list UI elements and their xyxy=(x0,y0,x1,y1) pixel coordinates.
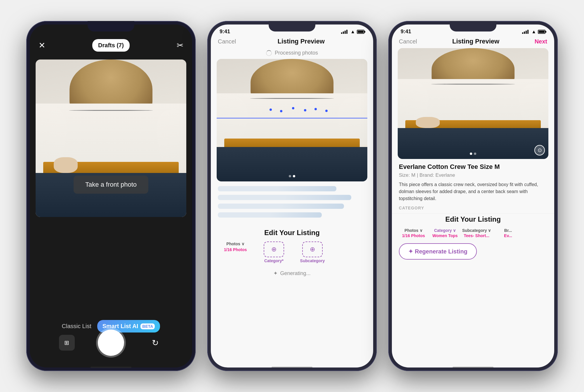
sparkle-icon: ✦ xyxy=(273,270,278,276)
skeleton-4 xyxy=(218,212,322,218)
signal-bars-3 xyxy=(522,30,529,34)
battery-icon-3 xyxy=(538,30,545,34)
flip-icon: ↻ xyxy=(152,338,159,348)
camera-background: ✕ Drafts (7) ✂ xyxy=(30,24,192,368)
category-label-tab-2: Category* xyxy=(264,258,284,263)
listing-tabs-2: Photos ∨ 1/16 Photos ⊕ Category* ⊕ Subca… xyxy=(218,242,366,265)
skeleton-loading xyxy=(211,181,373,226)
gallery-icon: ⊞ xyxy=(64,339,69,346)
scan-dot-1 xyxy=(270,108,272,111)
listing-tabs-3: Photos ∨ 1/16 Photos Category ∨ Women To… xyxy=(399,228,547,240)
nav-bar-2: Cancel Listing Preview xyxy=(211,35,373,48)
next-button-3[interactable]: Next xyxy=(535,38,547,45)
brand-tab-3[interactable]: Br... Ev... xyxy=(493,228,523,238)
close-button[interactable]: ✕ xyxy=(39,41,45,50)
img-dot-2 xyxy=(293,175,295,177)
battery-icon-2 xyxy=(357,30,364,34)
result-hand xyxy=(416,117,440,128)
status-time-2: 9:41 xyxy=(220,29,230,35)
phone-3-result: 9:41 ▲ Cancel Listing Preview Next xyxy=(388,21,558,371)
scan-dot-6 xyxy=(325,110,328,112)
model-necklace xyxy=(69,110,153,111)
img-dot3-2 xyxy=(474,153,476,155)
category-tab-label-3: Category ∨ xyxy=(434,228,456,233)
cancel-button-2[interactable]: Cancel xyxy=(218,38,236,45)
photos-value-3: 1/16 Photos xyxy=(402,233,425,238)
notch-1 xyxy=(88,21,134,32)
subcategory-tab-value-3: Tees- Short... xyxy=(464,233,489,238)
photo-overlay-text: Take a front photo xyxy=(74,176,148,194)
shutter-button[interactable] xyxy=(98,330,124,356)
listing-description: This piece offers a classic crew neck, o… xyxy=(399,181,547,202)
listing-meta: Size: M | Brand: Everlane xyxy=(399,172,547,178)
regenerate-button[interactable]: ✦ Regenerate Listing xyxy=(399,243,477,260)
photos-tab-3[interactable]: Photos ∨ 1/16 Photos xyxy=(399,228,428,238)
signal-bars xyxy=(341,30,347,34)
scissors-icon[interactable]: ✂ xyxy=(177,41,183,50)
listing-image-container xyxy=(217,59,367,181)
category-icon-wrap: ⊕ xyxy=(264,242,284,257)
photos-tab-2[interactable]: Photos ∨ 1/16 Photos xyxy=(218,242,253,263)
subcategory-tab-3[interactable]: Subcategory ∨ Tees- Short... xyxy=(462,228,491,238)
result-necklace xyxy=(431,84,515,85)
category-tab-value-3: Women Tops xyxy=(432,233,458,238)
category-icon: ⊕ xyxy=(271,246,277,253)
bar-1 xyxy=(341,32,342,34)
listing-preview-title-2: Listing Preview xyxy=(277,38,324,45)
notch-2 xyxy=(269,21,315,32)
model-hand xyxy=(54,157,78,173)
home-indicator-2 xyxy=(272,367,312,368)
bar3-2 xyxy=(524,32,525,34)
cancel-button-3[interactable]: Cancel xyxy=(399,38,417,45)
scan-dot-2 xyxy=(280,110,282,112)
result-person xyxy=(398,48,548,159)
subcategory-tab-label-3: Subcategory ∨ xyxy=(462,228,491,233)
photos-value-2: 1/16 Photos xyxy=(224,247,247,252)
brand-tab-label-3: Br... xyxy=(504,228,512,233)
spinner-icon xyxy=(266,50,272,56)
scan-line xyxy=(217,118,367,118)
classic-list-button[interactable]: Classic List xyxy=(62,323,91,330)
result-model-photo xyxy=(398,48,548,159)
wifi-icon-3: ▲ xyxy=(531,29,536,34)
skeleton-2 xyxy=(218,195,351,200)
edit-listing-section-2: Edit Your Listing Photos ∨ 1/16 Photos ⊕… xyxy=(211,226,373,265)
subcategory-icon: ⊕ xyxy=(310,246,315,253)
status-icons-2: ▲ xyxy=(341,29,364,34)
screen-2: 9:41 ▲ Cancel Listing Preview xyxy=(211,24,373,368)
scan-dot-5 xyxy=(314,108,317,110)
edit-listing-section-3: Edit Your Listing Photos ∨ 1/16 Photos C… xyxy=(392,213,554,240)
bar-2 xyxy=(343,32,344,34)
skeleton-3 xyxy=(218,204,344,209)
photos-label-2: Photos ∨ xyxy=(226,242,244,246)
skeleton-1 xyxy=(218,186,336,191)
processing-indicator: Processing photos xyxy=(211,48,373,59)
img-dot3-1 xyxy=(470,153,472,155)
camera-photo-area: Take a front photo xyxy=(36,60,186,217)
flip-camera-button[interactable]: ↻ xyxy=(147,335,163,351)
image-dots-3 xyxy=(398,153,548,155)
smart-list-label: Smart List AI xyxy=(102,323,138,330)
edit-listing-title-2: Edit Your Listing xyxy=(218,229,366,237)
scan-dot-3 xyxy=(292,107,294,109)
bar-4 xyxy=(346,30,347,34)
edit-listing-title-3: Edit Your Listing xyxy=(399,215,547,223)
subcategory-tab-2[interactable]: ⊕ Subcategory xyxy=(295,242,330,263)
category-tab-3[interactable]: Category ∨ Women Tops xyxy=(430,228,460,238)
screen-1: ✕ Drafts (7) ✂ xyxy=(30,24,192,368)
drafts-button[interactable]: Drafts (7) xyxy=(92,39,130,52)
subcategory-label-tab-2: Subcategory xyxy=(300,258,325,263)
beta-badge: BETA xyxy=(140,323,155,329)
category-tab-2[interactable]: ⊕ Category* xyxy=(256,242,291,263)
listing-details: Everlane Cotton Crew Tee Size M Size: M … xyxy=(392,159,554,210)
brand-tab-value-3: Ev... xyxy=(504,233,512,238)
status-icons-3: ▲ xyxy=(522,29,545,34)
gallery-button[interactable]: ⊞ xyxy=(59,335,75,351)
status-time-3: 9:41 xyxy=(401,29,411,35)
camera-controls: ⊞ ↻ xyxy=(30,330,192,356)
phone-1-camera: ✕ Drafts (7) ✂ xyxy=(26,21,196,371)
listing-preview-title-3: Listing Preview xyxy=(452,38,499,45)
battery-fill-2 xyxy=(358,31,364,33)
wifi-icon-2: ▲ xyxy=(350,29,355,34)
bar3-3 xyxy=(526,31,527,34)
